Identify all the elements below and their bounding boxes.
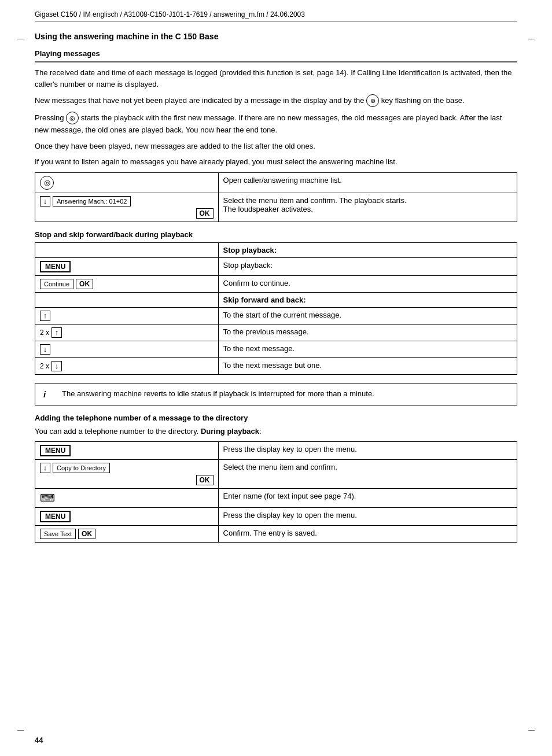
prefix-2x-up: 2 x (40, 329, 49, 337)
stop-playback-label: Stop playback: (223, 246, 277, 255)
cell-kbd: ⌨ (35, 489, 219, 508)
copy-dir-arrow-icon: ↓ (40, 463, 50, 473)
continue-ok-key: OK (76, 279, 93, 289)
2x-up-row: 2 x ↑ (40, 327, 214, 338)
table-row: ↑ To the start of the current message. (35, 307, 517, 324)
paragraph-1: The received date and time of each messa… (35, 67, 517, 90)
cell-continue: Continue OK (35, 275, 219, 292)
table-row: ↓ Answering Mach.: 01+02 OK Select the m… (35, 193, 517, 222)
directory-intro-bold: During playback (201, 427, 259, 436)
page-number: 44 (35, 736, 43, 744)
cell-copy-directory: ↓ Copy to Directory OK (35, 460, 219, 489)
copy-dir-display: Copy to Directory (53, 463, 110, 473)
previous-msg-text: To the previous message. (223, 327, 309, 336)
flash-key-icon: ⊛ (366, 94, 379, 107)
prefix-2x-down: 2 x (40, 362, 49, 370)
cell-skip-header: Skip forward and back: (218, 292, 517, 307)
cell-2x-arrow-down: 2 x ↓ (35, 357, 219, 374)
table-row: Save Text OK Confirm. The entry is saved… (35, 526, 517, 543)
directory-intro-end: : (259, 427, 262, 436)
up-arrow-icon: ↑ (40, 311, 50, 321)
directory-intro: You can add a telephone number to the di… (35, 426, 517, 437)
nav-down-icon: ↓ (40, 196, 50, 206)
cell-empty-1 (35, 242, 219, 257)
stop-playback-text: Stop playback: (223, 261, 273, 270)
table-row: MENU Stop playback: (35, 257, 517, 275)
info-icon: i (43, 389, 54, 399)
page: Gigaset C150 / IM englisch / A31008-C150… (0, 0, 552, 756)
continue-row: Continue OK (40, 279, 214, 289)
table-row: 2 x ↑ To the previous message. (35, 324, 517, 341)
info-text: The answering machine reverts to idle st… (62, 389, 374, 398)
table-row: ↓ Copy to Directory OK Select the menu i… (35, 460, 517, 489)
cell-select-confirm-dir: Select the menu item and confirm. (218, 460, 517, 489)
cell-menu-1: MENU (35, 257, 219, 275)
continue-display: Continue (40, 279, 73, 289)
circle-menu-icon: ◎ (40, 176, 54, 190)
subsection-rule (35, 61, 517, 62)
cell-stop-header: Stop playback: (218, 242, 517, 257)
copy-dir-ok-key: OK (196, 475, 214, 485)
table-row: Continue OK Confirm to continue. (35, 275, 517, 292)
table-stop-skip: Stop playback: MENU Stop playback: Conti… (35, 242, 517, 375)
cell-menu-2: MENU (35, 442, 219, 460)
confirm-continue-text: Confirm to continue. (223, 279, 290, 287)
copy-dir-row: ↓ Copy to Directory (40, 463, 214, 473)
display-cell-inner: ↓ Answering Mach.: 01+02 OK (40, 196, 214, 219)
table-directory: MENU Press the display key to open the m… (35, 441, 517, 543)
paragraph-2: New messages that have not yet been play… (35, 94, 517, 107)
cell-icon: ◎ (35, 172, 219, 193)
table-row: 2 x ↓ To the next message but one. (35, 357, 517, 374)
paragraph-4: Once they have been played, new messages… (35, 141, 517, 152)
table-row: MENU Press the display key to open the m… (35, 508, 517, 526)
cell-press-display-2: Press the display key to open the menu. (218, 508, 517, 526)
table-row: ↓ To the next message. (35, 341, 517, 357)
cell-select-confirm: Select the menu item and confirm. The pl… (218, 193, 517, 222)
confirm-saved-text: Confirm. The entry is saved. (223, 529, 317, 537)
playback-key-icon: ◎ (66, 112, 79, 124)
section-title: Using the answering machine in the C 150… (35, 32, 517, 41)
copy-dir-inner: ↓ Copy to Directory OK (40, 463, 214, 485)
cell-confirm-continue: Confirm to continue. (218, 275, 517, 292)
cell-press-display: Press the display key to open the menu. (218, 442, 517, 460)
display-row-1: ↓ Answering Mach.: 01+02 (40, 196, 214, 206)
cell-save-text: Save Text OK (35, 526, 219, 543)
header-text: Gigaset C150 / IM englisch / A31008-C150… (35, 10, 305, 19)
answering-mach-display: Answering Mach.: 01+02 (53, 196, 131, 206)
cell-open-list: Open caller/answering machine list. (218, 172, 517, 193)
next-but-one-text: To the next message but one. (223, 361, 322, 370)
cell-enter-name: Enter name (for text input see page 74). (218, 489, 517, 508)
info-box: i The answering machine reverts to idle … (35, 383, 517, 405)
save-text-display: Save Text (40, 529, 76, 539)
table-row: ⌨ Enter name (for text input see page 74… (35, 489, 517, 508)
cell-empty-2 (35, 292, 219, 307)
cell-next-msg: To the next message. (218, 341, 517, 357)
table-row: MENU Press the display key to open the m… (35, 442, 517, 460)
table-row: Stop playback: (35, 242, 517, 257)
cell-stop-playback: Stop playback: (218, 257, 517, 275)
paragraph-3: Pressing ◎ starts the playback with the … (35, 112, 517, 136)
2x-up-arrow-icon: ↑ (51, 327, 62, 338)
cell-menu-3: MENU (35, 508, 219, 526)
table-row: ◎ Open caller/answering machine list. (35, 172, 517, 193)
directory-intro-text: You can add a telephone number to the di… (35, 427, 201, 436)
cell-2x-arrow-up: 2 x ↑ (35, 324, 219, 341)
subsection-title-directory: Adding the telephone number of a message… (35, 414, 517, 422)
save-text-ok-key: OK (78, 529, 95, 539)
skip-forward-label: Skip forward and back: (223, 296, 306, 304)
cell-previous-msg: To the previous message. (218, 324, 517, 341)
corner-mark-br: — (528, 726, 535, 733)
save-text-row: Save Text OK (40, 529, 214, 539)
paragraph-5: If you want to listen again to messages … (35, 156, 517, 168)
cell-start-current: To the start of the current message. (218, 307, 517, 324)
next-msg-text: To the next message. (223, 344, 295, 353)
subsection-title-playing: Playing messages (35, 49, 517, 58)
down-arrow-icon: ↓ (40, 344, 50, 355)
open-list-text: Open caller/answering machine list. (223, 176, 342, 185)
cell-arrow-up: ↑ (35, 307, 219, 324)
ok-row: OK (40, 208, 214, 219)
corner-mark-bl: — (17, 726, 24, 733)
select-confirm-line2: The loudspeaker activates. (223, 205, 313, 213)
corner-mark-tl: — (17, 35, 24, 42)
subsection-title-stop: Stop and skip forward/back during playba… (35, 230, 517, 239)
